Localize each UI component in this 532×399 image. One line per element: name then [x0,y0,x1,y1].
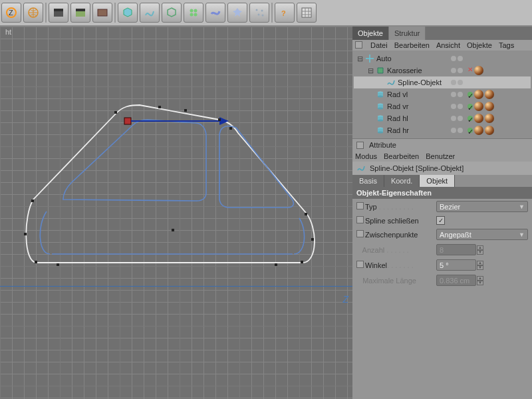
tree-row[interactable]: Rad vr ✓ [354,100,531,112]
undo-button[interactable]: Z [1,3,21,23]
visibility-render-dot[interactable] [458,128,463,133]
tree-item-label[interactable]: Rad hl [387,114,449,122]
tree-row[interactable]: Rad hl ✓ [354,112,531,124]
prop-typ-dropdown[interactable]: Bezier▼ [436,201,528,212]
tree-item-label[interactable]: Spline-Objekt [398,78,449,86]
spline-button[interactable] [140,3,160,23]
visibility-editor-dot[interactable] [451,80,456,85]
panel-tabs: Objekte Struktur [352,27,532,40]
tree-item-label[interactable]: Auto [376,55,449,63]
visibility-editor-dot[interactable] [451,128,456,133]
tree-item-label[interactable]: Rad vl [387,90,449,98]
material-tag-icon[interactable] [485,90,494,99]
visibility-editor-dot[interactable] [451,116,456,121]
material-tag-icon[interactable] [485,126,494,135]
menubar-toggle[interactable] [355,41,362,49]
tree-item-label[interactable]: Rad hr [387,126,449,134]
spreadsheet-button[interactable] [297,3,317,23]
prop-typ-anim[interactable] [356,202,364,209]
prop-winkel: Winkel. . . . . . . 5 ° ▲▼ [352,257,532,273]
prop-winkel-anim[interactable] [356,261,364,268]
tree-row[interactable]: Rad hr ✓ [354,124,531,136]
prop-typ-label: Typ [365,203,377,211]
attr-menu-bearbeiten[interactable]: Bearbeiten [384,152,419,160]
prop-close-anim[interactable] [356,216,364,223]
tree-row[interactable]: ⊟Auto [354,53,531,65]
tree-row[interactable]: ⊟Karosserie ✕ [354,65,531,76]
prop-anzahl-value: 8 [440,246,444,254]
tree-item-label[interactable]: Karosserie [387,66,449,74]
side-panel: Objekte Struktur Datei Bearbeiten Ansich… [352,27,532,399]
enable-tag-icon[interactable]: ✓ [467,128,473,133]
menu-bearbeiten[interactable]: Bearbeiten [394,41,430,49]
clapper2-button[interactable] [70,3,90,23]
disable-tag-icon[interactable]: ✕ [467,68,473,73]
prop-winkel-spinner[interactable]: ▲▼ [477,261,483,270]
scene-button[interactable] [227,3,247,23]
svg-rect-24 [229,127,232,130]
array-button[interactable] [184,3,203,23]
menu-ansicht[interactable]: Ansicht [436,41,460,49]
visibility-editor-dot[interactable] [451,56,456,61]
prop-zw-anim[interactable] [356,230,364,237]
menu-tags[interactable]: Tags [499,41,514,49]
svg-point-8 [190,9,194,13]
prop-typ-value: Bezier [440,203,460,211]
prop-schliessen: Spline schließen ✓ [352,214,532,227]
visibility-editor-dot[interactable] [451,68,456,73]
tab-structure[interactable]: Struktur [389,27,426,40]
attr-tab-basis[interactable]: Basis [352,175,384,187]
enable-tag-icon[interactable]: ✓ [467,104,473,109]
visibility-render-dot[interactable] [458,104,463,109]
cube-button[interactable] [118,3,138,23]
material-tag-icon[interactable] [474,126,483,135]
help-button[interactable]: ? [275,3,295,23]
material-tag-icon[interactable] [485,102,494,111]
attr-tab-objekt[interactable]: Objekt [420,175,455,187]
menu-objekte[interactable]: Objekte [467,41,492,49]
clapper-button[interactable] [49,3,68,23]
attr-menu-modus[interactable]: Modus [355,152,377,160]
object-tree[interactable]: ⊟Auto ⊟Karosserie ✕Spline-Objekt Rad vl … [352,51,532,138]
tree-toggle-icon[interactable]: ⊟ [367,66,374,75]
nurbs-button[interactable] [162,3,182,23]
attr-toggle[interactable] [356,142,364,149]
attribute-title: Attribute [369,141,396,149]
svg-rect-32 [31,200,34,202]
visibility-editor-dot[interactable] [451,92,456,97]
visibility-render-dot[interactable] [458,80,463,85]
svg-point-12 [256,9,258,11]
tree-toggle-icon[interactable]: ⊟ [356,55,363,63]
attr-tab-koord[interactable]: Koord. [384,175,420,187]
visibility-editor-dot[interactable] [451,104,456,109]
material-tag-icon[interactable] [474,90,483,99]
visibility-render-dot[interactable] [458,116,463,121]
enable-tag-icon[interactable]: ✓ [467,116,473,121]
material-tag-icon[interactable] [485,114,494,123]
attr-menu-benutzer[interactable]: Benutzer [426,152,455,160]
visibility-render-dot[interactable] [458,56,463,61]
tree-row[interactable]: Rad vl ✓ [354,88,531,100]
viewport[interactable]: ht Z [0,27,352,399]
material-tag-icon[interactable] [474,102,483,111]
visibility-render-dot[interactable] [458,68,463,73]
enable-tag-icon[interactable]: ✓ [467,92,473,97]
menu-datei[interactable]: Datei [370,41,388,49]
globe-button[interactable] [23,3,43,23]
spline-icon [356,164,366,173]
prop-close-checkbox[interactable]: ✓ [436,216,445,225]
prop-typ: Typ . . . . . . . . . Bezier▼ [352,199,532,214]
particles-button[interactable] [249,3,269,23]
tree-item-label[interactable]: Rad vr [387,102,449,110]
material-tag-icon[interactable] [474,66,483,75]
prop-zwischen-dropdown[interactable]: Angepaßt▼ [436,229,528,240]
prop-winkel-field[interactable]: 5 ° [436,259,476,271]
visibility-render-dot[interactable] [458,92,463,97]
tab-objects[interactable]: Objekte [352,27,389,40]
tree-row[interactable]: Spline-Objekt [354,76,531,88]
filmstrip-button[interactable] [92,3,112,23]
svg-rect-30 [35,261,37,263]
deformer-button[interactable] [205,3,225,23]
prop-maxlen-field: 0.836 cm [436,275,476,286]
material-tag-icon[interactable] [474,114,483,123]
